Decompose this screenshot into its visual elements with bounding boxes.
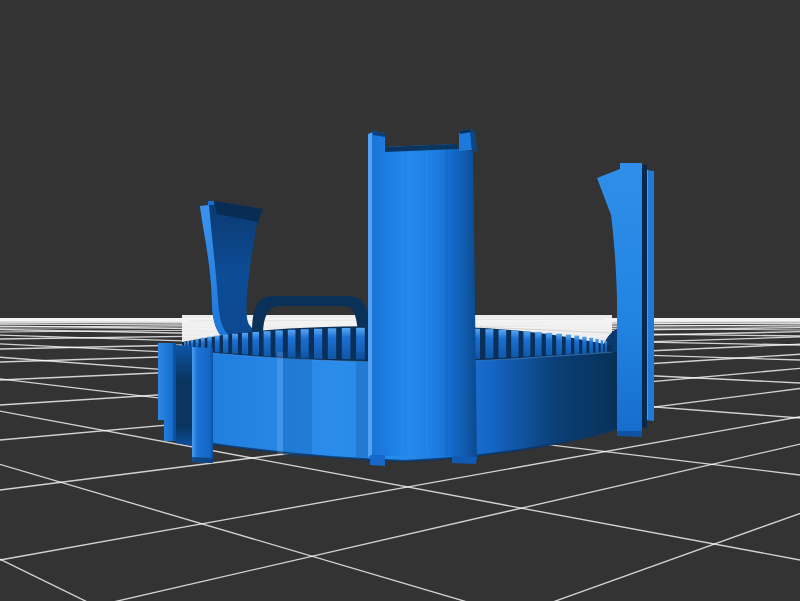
rim-rib-tooth bbox=[582, 337, 586, 355]
rim-rib-tooth bbox=[264, 331, 271, 358]
rim-rib-tooth bbox=[242, 333, 248, 357]
rim-rib-tooth bbox=[485, 329, 493, 358]
rim-rib-tooth bbox=[556, 334, 562, 357]
rim-rib-tooth bbox=[605, 341, 607, 352]
rim-rib-tooth bbox=[523, 331, 530, 358]
band-end-tab-edge bbox=[173, 343, 176, 441]
rim-rib-tooth bbox=[223, 335, 228, 356]
rim-rib-tooth bbox=[601, 340, 604, 353]
rim-rib-tooth bbox=[546, 333, 552, 357]
3d-viewport[interactable] bbox=[0, 0, 800, 601]
rim-rib-tooth bbox=[595, 339, 598, 354]
rim-rib-tooth bbox=[314, 329, 322, 359]
prong-left-notch bbox=[208, 201, 214, 205]
rim-rib-tooth bbox=[566, 335, 571, 356]
band-facet-shade bbox=[283, 352, 312, 457]
prong-center-left-foot bbox=[370, 455, 385, 466]
rim-rib-tooth bbox=[232, 334, 238, 357]
model-prong-center bbox=[368, 129, 477, 466]
rim-rib-tooth bbox=[499, 330, 507, 359]
band-slit bbox=[176, 345, 192, 446]
prong-center-right-foot bbox=[452, 456, 477, 464]
band-outer-rib-foot bbox=[192, 457, 213, 463]
rim-rib-tooth bbox=[328, 328, 336, 359]
rim-rib-tooth bbox=[342, 328, 351, 359]
rim-rib-tooth bbox=[535, 332, 542, 357]
rim-rib-tooth bbox=[574, 336, 579, 356]
prong-center-front-face bbox=[372, 131, 457, 456]
rim-rib-tooth bbox=[252, 332, 259, 357]
band-facet-shade bbox=[356, 352, 368, 458]
band-outer-rib bbox=[192, 347, 213, 463]
rim-rib-tooth bbox=[589, 338, 593, 355]
prong-right-foot bbox=[617, 431, 642, 437]
rim-rib-tooth bbox=[511, 330, 518, 358]
band-facet-highlight bbox=[277, 352, 283, 456]
